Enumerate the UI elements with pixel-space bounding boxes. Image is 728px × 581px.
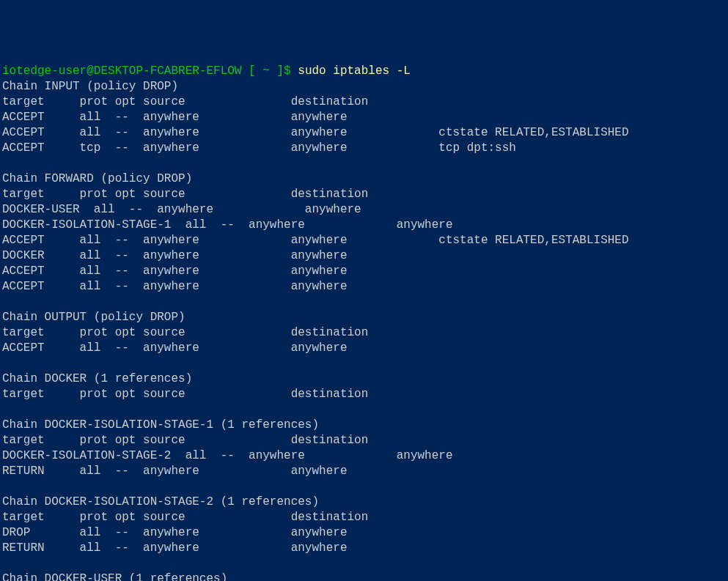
prompt-user-host: iotedge-user@DESKTOP-FCABRER-EFLOW [ ~ ]… [2, 64, 291, 78]
prompt-line[interactable]: iotedge-user@DESKTOP-FCABRER-EFLOW [ ~ ]… [2, 64, 411, 78]
terminal-output: Chain INPUT (policy DROP) target prot op… [2, 79, 728, 581]
prompt-command: sudo iptables -L [291, 64, 411, 78]
